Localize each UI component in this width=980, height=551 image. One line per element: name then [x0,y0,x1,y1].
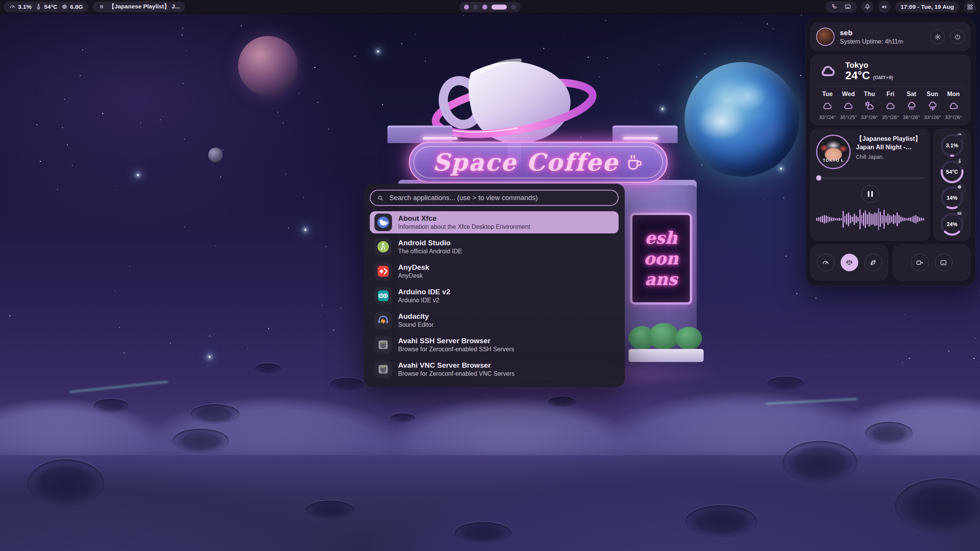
app-title: Avahi SSH Server Browser [398,337,514,345]
topbar-right-group: 17:09 - Tue, 19 Aug [825,1,976,13]
seek-slider-track[interactable] [821,178,924,179]
forecast-day-label: Sat [906,91,916,98]
profile-balanced-button[interactable] [841,254,858,271]
profile-performance-button[interactable] [817,254,835,271]
weather-city: Tokyo [845,60,893,69]
forecast-temps: 35°/26° [882,114,899,120]
workspace-2-empty[interactable] [473,5,478,10]
app-item-audacity[interactable]: AudacitySound Editor [370,309,619,331]
power-profile-group [810,245,888,280]
gauge-54-c: 54°C [939,159,965,184]
pause-icon [98,3,105,10]
workspace-5-empty[interactable] [511,5,516,10]
workspace-switcher [459,2,521,12]
power-button[interactable] [950,29,965,44]
weather-timezone: (GMT+9) [873,75,893,80]
now-playing-label: 【Japanese Playlist】 J... [109,3,180,11]
app-item-avahi-vnc-server-browser[interactable]: Avahi VNC Server BrowserBrowse for Zeroc… [370,358,619,380]
seek-slider[interactable] [816,175,924,181]
video-icon [916,259,924,267]
profile-powersave-button[interactable] [864,254,882,271]
app-description: Information about the Xfce Desktop Envir… [398,223,530,230]
pause-icon [98,3,105,10]
disk-icon [957,211,962,216]
system-stats-pill[interactable]: 3.1% 54°C 6.8G [4,2,88,12]
screenshot-button[interactable] [935,254,952,271]
androidstudio-app-icon [374,238,392,256]
forecast-day-label: Sun [927,91,938,98]
app-title: Android Studio [398,239,462,247]
audio-waveform [816,207,924,232]
network-app-icon [374,336,392,354]
forecast-temps: 36°/26° [903,114,920,120]
leaf-icon [869,259,877,267]
bell-icon [864,3,871,10]
chip-icon [957,184,962,189]
app-description: The official Android IDE [398,248,462,255]
capture-tools-group [893,245,970,280]
app-item-avahi-ssh-server-browser[interactable]: Avahi SSH Server BrowserBrowse for Zeroc… [370,334,619,356]
search-input[interactable] [389,194,612,202]
wallpaper-icon[interactable] [844,3,851,10]
clock-pill[interactable]: 17:09 - Tue, 19 Aug [895,2,959,12]
system-uptime: System Uptime: 4h11m [840,38,925,45]
app-item-arduino-ide-v2[interactable]: Arduino IDE v2Arduino IDE v2 [370,285,619,307]
phone-icon [831,3,838,10]
control-center-panel: seb System Uptime: 4h11m Tokyo 24°C (GMT… [805,18,975,285]
app-description: Browse for Zeroconf-enabled VNC Servers [398,370,514,377]
forecast-temps: 33°/24° [819,114,836,120]
temperature-value: 54°C [44,3,57,10]
workspace-1-occupied[interactable] [464,5,469,10]
now-playing-pill[interactable]: 【Japanese Playlist】 J... [93,2,185,12]
weather-temperature: 24°C [845,69,870,82]
gauge-icon [9,3,16,10]
phone-icon[interactable] [831,3,838,10]
app-item-anydesk[interactable]: AnyDeskAnyDesk [370,260,619,282]
notifications-button[interactable] [861,1,874,13]
thermometer-icon [957,158,962,163]
forecast-temps: 35°/25° [840,114,857,120]
forecast-temps: 33°/26° [945,114,962,120]
app-grid-button[interactable] [964,1,976,13]
thermometer-icon [35,3,42,10]
app-description: Arduino IDE v2 [398,297,450,304]
volume-button[interactable] [878,1,890,13]
power-icon [954,33,961,41]
search-icon [377,194,384,202]
cloud-icon [843,100,854,112]
forecast-day-label: Wed [842,91,855,98]
screen-record-button[interactable] [911,254,929,271]
system-tray-pill [825,1,857,13]
user-info: seb System Uptime: 4h11m [840,29,925,45]
workspace-4-active[interactable] [492,5,507,10]
audacity-app-icon [374,311,392,329]
gauge-badge [957,132,966,141]
app-description: Sound Editor [398,321,434,328]
app-description: Browse for Zeroconf-enabled SSH Servers [398,346,514,353]
media-player-card: TOKYO L 【Japanese Playlist】 Japan All Ni… [810,129,930,241]
memory-value: 6.8G [70,3,83,10]
suncloud-icon [864,100,875,112]
workspace-3-occupied[interactable] [482,5,487,10]
gauge-icon [822,259,830,267]
cpu-usage-stat: 3.1% [9,3,31,10]
track-artist: Chill Japan. [856,154,924,160]
search-bar[interactable] [370,190,619,206]
app-item-about-xfce[interactable]: About XfceInformation about the Xfce Des… [370,211,619,233]
anydesk-app-icon [374,262,392,280]
network-app-icon [374,360,392,378]
rain-icon [906,100,917,112]
cloud-icon [817,62,839,80]
bento-icon [967,3,973,10]
forecast-temps: 33°/26° [861,114,878,120]
gear-icon [934,33,941,41]
settings-button[interactable] [930,29,945,44]
app-title: AnyDesk [398,263,429,272]
avatar [816,28,835,46]
cloud-icon [817,62,839,80]
pause-button[interactable] [861,185,879,203]
search-icon [377,194,384,202]
app-item-android-studio[interactable]: Android StudioThe official Android IDE [370,236,619,258]
power-icon [954,33,961,41]
gear-icon [934,33,941,41]
